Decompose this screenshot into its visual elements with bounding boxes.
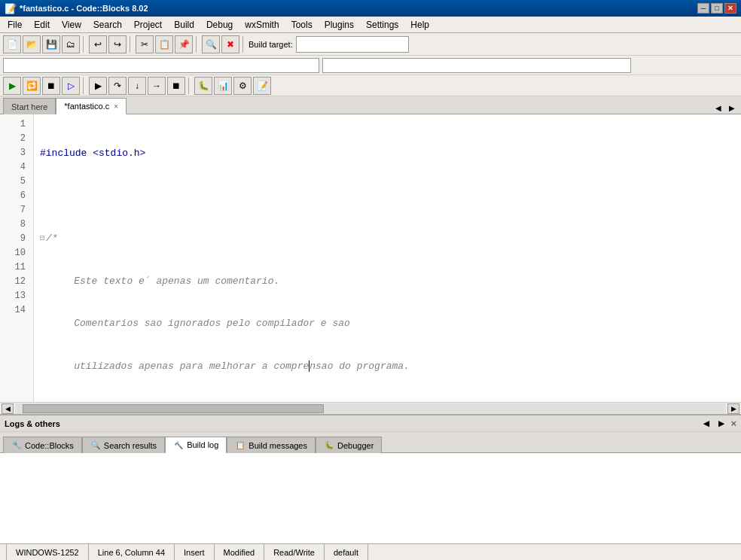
line-num-5: 5 [0, 175, 30, 189]
line-num-6: 6 [0, 189, 30, 203]
tab-fantastico[interactable]: *fantastico.c × [56, 98, 127, 114]
menu-edit[interactable]: Edit [28, 18, 56, 32]
undo-button[interactable]: ↩ [89, 35, 107, 53]
bottom-close-button[interactable]: × [730, 418, 736, 429]
run2-button[interactable]: ▷ [62, 77, 80, 95]
line-num-12: 12 [0, 275, 30, 289]
rebuild-button[interactable]: 🔁 [23, 77, 41, 95]
debug-run-button[interactable]: ▶ [89, 77, 107, 95]
fold-icon-3[interactable]: ⊟ [40, 231, 44, 245]
bottom-nav-right[interactable]: ▶ [715, 418, 727, 430]
debug-stop-button[interactable]: ⏹ [167, 77, 185, 95]
bottom-tab-build-messages[interactable]: 📋 Build messages [227, 437, 316, 453]
menu-help[interactable]: Help [404, 18, 435, 32]
tab-nav-right[interactable]: ▶ [726, 102, 738, 114]
codeblocks-tab-label: Code::Blocks [25, 441, 74, 450]
build-target-combo-area: Build target: [249, 36, 409, 53]
tab-start-here[interactable]: Start here [3, 98, 56, 114]
line-num-9: 9 [0, 232, 30, 246]
title-bar-controls: ─ □ ✕ [697, 3, 736, 14]
menu-build[interactable]: Build [168, 18, 200, 32]
menu-debug[interactable]: Debug [200, 18, 239, 32]
bottom-tab-build-log[interactable]: 🔨 Build log [165, 437, 227, 453]
bottom-nav-left[interactable]: ◀ [700, 418, 712, 430]
toolbar-separator-1 [83, 36, 86, 53]
stop-button[interactable]: ✖ [221, 35, 239, 53]
open-button[interactable]: 📂 [23, 35, 41, 53]
maximize-button[interactable]: □ [711, 3, 723, 14]
toolbar-row-2: ▶ 🔁 ⏹ ▷ ▶ ↷ ↓ → ⏹ 🐛 📊 ⚙ 📝 [0, 75, 741, 96]
search-dropdown[interactable] [322, 58, 631, 73]
redo-button[interactable]: ↪ [108, 35, 127, 53]
horizontal-scrollbar: ◀ ▶ [0, 402, 741, 414]
code-content[interactable]: #include <stdio.h> ⊟ /* Este texto e´ ap… [34, 114, 741, 402]
tab-close-icon[interactable]: × [114, 102, 118, 111]
copy-button[interactable]: 📋 [155, 35, 173, 53]
menu-plugins[interactable]: Plugins [319, 18, 360, 32]
code-line-2 [40, 188, 735, 202]
toolbar-separator-4 [242, 36, 245, 53]
find-button[interactable]: 🔍 [202, 35, 220, 53]
toolbar-separator-2 [130, 36, 133, 53]
bottom-tab-search-results[interactable]: 🔍 Search results [82, 437, 165, 453]
debug-run2-button[interactable]: ↷ [108, 77, 127, 95]
menu-view[interactable]: View [56, 18, 87, 32]
build-target-label: Build target: [249, 40, 293, 49]
debug-extra3[interactable]: ⚙ [233, 77, 252, 95]
menu-search[interactable]: Search [87, 18, 128, 32]
close-button[interactable]: ✕ [724, 3, 736, 14]
code-text-1: #include <stdio.h> [40, 146, 145, 160]
codeblocks-tab-icon: 🔧 [11, 440, 22, 451]
toolbar-row-1: 📄 📂 💾 🗂 ↩ ↪ ✂ 📋 📌 🔍 ✖ Build target: [0, 33, 741, 56]
menu-wxsmith[interactable]: wxSmith [239, 18, 285, 32]
toolbar-separator-3 [196, 36, 199, 53]
run-green-button[interactable]: ▶ [3, 77, 21, 95]
bottom-tab-codeblocks[interactable]: 🔧 Code::Blocks [3, 437, 82, 453]
save-all-button[interactable]: 🗂 [62, 35, 80, 53]
tab-nav-left[interactable]: ◀ [712, 102, 724, 114]
status-mode: Insert [175, 544, 215, 560]
editor-tabs: Start here *fantastico.c × ◀ ▶ [0, 96, 741, 114]
toolbar-separator-6 [188, 78, 191, 94]
line-num-7: 7 [0, 203, 30, 218]
minimize-button[interactable]: ─ [697, 3, 709, 14]
build-target-input[interactable] [296, 36, 409, 53]
status-state: Modified [215, 544, 265, 560]
save-button[interactable]: 💾 [42, 35, 60, 53]
menu-project[interactable]: Project [128, 18, 168, 32]
menu-tools[interactable]: Tools [285, 18, 319, 32]
status-position: Line 6, Column 44 [89, 544, 175, 560]
scroll-left-button[interactable]: ◀ [2, 403, 14, 414]
bottom-tabs: 🔧 Code::Blocks 🔍 Search results 🔨 Build … [0, 432, 741, 453]
start-here-tab-label: Start here [11, 102, 47, 111]
code-line-6: utilizados apenas para melhorar a compre… [40, 359, 735, 373]
editor-area[interactable]: 1 2 3 4 5 6 7 8 9 10 11 12 13 14 [0, 114, 741, 402]
tab-nav: ◀ ▶ [712, 102, 738, 114]
code-text-6: utilizados apenas para melhorar a compre… [50, 359, 410, 373]
line-num-14: 14 [0, 303, 30, 318]
cut-button[interactable]: ✂ [136, 35, 154, 53]
debug-next-button[interactable]: → [148, 77, 166, 95]
new-button[interactable]: 📄 [3, 35, 21, 53]
bottom-panel-controls: ◀ ▶ × [700, 418, 736, 430]
build-log-tab-label: Build log [187, 440, 218, 449]
scroll-thumb[interactable] [23, 404, 324, 413]
stop2-button[interactable]: ⏹ [42, 77, 60, 95]
debug-extra2[interactable]: 📊 [214, 77, 232, 95]
scroll-right-button[interactable]: ▶ [727, 403, 739, 414]
menu-bar: File Edit View Search Project Build Debu… [0, 17, 741, 33]
debug-step-button[interactable]: ↓ [128, 77, 146, 95]
menu-file[interactable]: File [2, 18, 28, 32]
debug-extra1[interactable]: 🐛 [194, 77, 212, 95]
editor-wrapper: Start here *fantastico.c × ◀ ▶ 1 2 3 4 5 [0, 96, 741, 414]
window-title: *fantastico.c - Code::Blocks 8.02 [20, 4, 148, 13]
bottom-tab-debugger[interactable]: 🐛 Debugger [316, 437, 382, 453]
bottom-panel: Logs & others ◀ ▶ × 🔧 Code::Blocks 🔍 Sea… [0, 414, 741, 543]
scroll-track[interactable] [15, 403, 726, 414]
line-numbers: 1 2 3 4 5 6 7 8 9 10 11 12 13 14 [0, 114, 34, 402]
search-input[interactable] [3, 58, 319, 73]
paste-button[interactable]: 📌 [175, 35, 193, 53]
menu-settings[interactable]: Settings [360, 18, 404, 32]
debug-extra4[interactable]: 📝 [253, 77, 271, 95]
code-text-5: Comentarios sao ignorados pelo compilado… [50, 316, 350, 330]
